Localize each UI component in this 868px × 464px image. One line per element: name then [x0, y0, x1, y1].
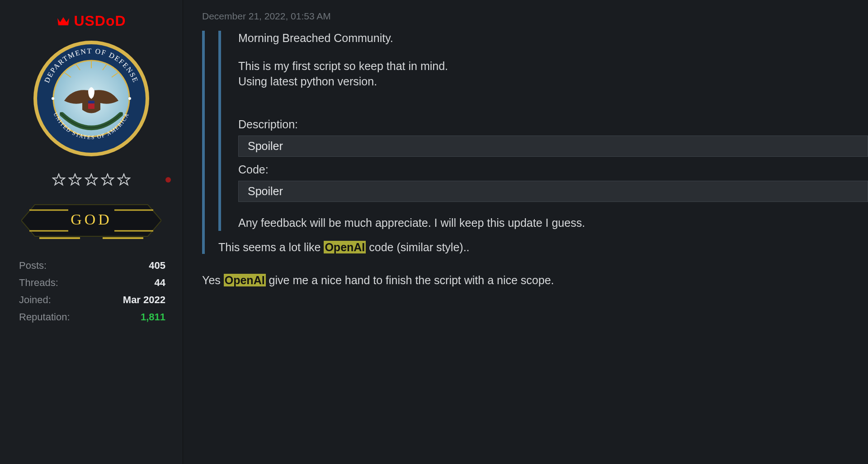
star-icon	[68, 173, 82, 187]
stat-value: 44	[155, 277, 165, 289]
star-icon	[117, 173, 131, 187]
svg-rect-10	[88, 101, 94, 103]
stat-label: Threads:	[19, 277, 58, 289]
post-body: December 21, 2022, 01:53 AM Morning Brea…	[183, 0, 868, 464]
rating-stars	[0, 173, 183, 187]
quote-line: This is my first script so keep that in …	[238, 59, 868, 74]
stat-row-reputation: Reputation: 1,811	[19, 309, 165, 326]
spoiler-toggle-code[interactable]: Spoiler	[238, 181, 868, 202]
star-icon	[85, 173, 98, 187]
outer-quote-reply: This seems a lot like OpenAI code (simil…	[218, 241, 868, 254]
stat-value-reputation[interactable]: 1,811	[141, 311, 165, 323]
star-icon	[101, 173, 114, 187]
user-stats: Posts: 405 Threads: 44 Joined: Mar 2022 …	[0, 257, 183, 326]
post-timestamp: December 21, 2022, 01:53 AM	[202, 11, 868, 22]
rank-label: GOD	[0, 211, 183, 228]
stat-row-threads: Threads: 44	[19, 274, 165, 291]
stat-label: Joined:	[19, 294, 51, 306]
section-label-description: Description:	[238, 118, 868, 131]
avatar[interactable]: DEPARTMENT OF DEFENSE UNITED STATES OF A…	[0, 37, 183, 159]
stat-row-posts: Posts: 405	[19, 257, 165, 274]
stat-value: 405	[149, 260, 165, 272]
crown-icon	[57, 15, 70, 27]
highlight-term: OpenAI	[224, 274, 266, 286]
quote-line: Using latest python version.	[238, 74, 868, 89]
stat-value: Mar 2022	[123, 294, 165, 306]
spoiler-toggle-description[interactable]: Spoiler	[238, 136, 868, 157]
online-status-dot	[165, 177, 171, 183]
quote-block-outer: Morning Breached Community. This is my f…	[202, 31, 868, 254]
author-reply: Yes OpenAI give me a nice hand to finish…	[202, 274, 868, 287]
highlight-term: OpenAI	[324, 241, 366, 253]
username-link[interactable]: USDoD	[74, 13, 126, 29]
stat-row-joined: Joined: Mar 2022	[19, 291, 165, 309]
rank-badge: GOD	[0, 200, 183, 241]
svg-point-13	[52, 97, 54, 100]
svg-point-14	[128, 97, 131, 100]
user-card: USDoD	[0, 0, 183, 464]
section-label-code: Code:	[238, 163, 868, 176]
quote-line: Morning Breached Community.	[238, 31, 868, 46]
quote-line: Any feedback will be much appreciate. I …	[238, 216, 868, 231]
quote-block-inner: Morning Breached Community. This is my f…	[218, 31, 868, 231]
username-row: USDoD	[0, 13, 183, 29]
stat-label: Reputation:	[19, 311, 70, 323]
star-icon	[52, 173, 66, 187]
stat-label: Posts:	[19, 260, 47, 272]
